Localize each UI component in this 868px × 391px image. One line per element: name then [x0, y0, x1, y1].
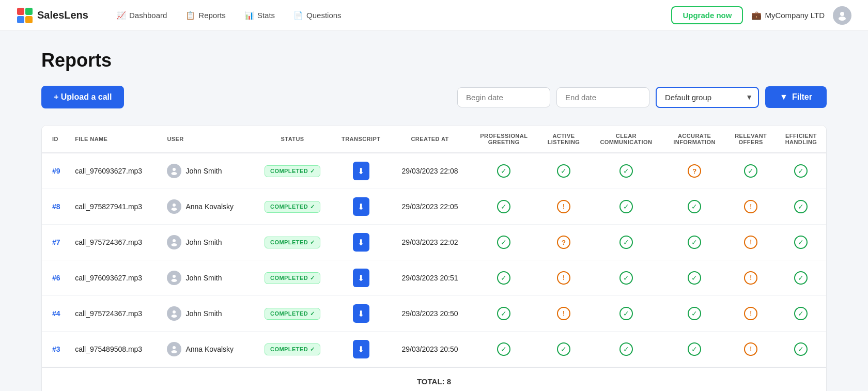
check-icon: ✓ — [497, 342, 510, 356]
check-icon: ✓ — [619, 200, 633, 213]
row-accurate-information: ✓ — [663, 225, 726, 260]
row-relevant-offers: ✓ — [726, 153, 776, 189]
nav-questions[interactable]: 📄 Questions — [286, 8, 349, 23]
check-icon: ✓ — [794, 236, 808, 249]
begin-date-input[interactable] — [457, 87, 550, 107]
nav-reports[interactable]: 📋 Reports — [178, 8, 233, 23]
table-row[interactable]: #3 call_975489508.mp3 Anna Kovalsky COMP… — [42, 332, 826, 367]
page-title: Reports — [41, 50, 827, 71]
transcript-download-icon[interactable]: ⬇ — [353, 304, 369, 323]
row-efficient-handling: ✓ — [776, 296, 826, 332]
reports-table: ID FILE NAME USER STATUS TRANSCRIPT CREA… — [42, 126, 826, 367]
row-efficient-handling: ✓ — [776, 260, 826, 296]
status-badge: COMPLETED ✓ — [265, 237, 320, 248]
toolbar: + Upload a call Default group Group A Gr… — [41, 86, 827, 108]
group-select[interactable]: Default group Group A Group B — [656, 87, 759, 108]
svg-rect-0 — [17, 8, 24, 15]
table-row[interactable]: #4 call_975724367.mp3 John Smith COMPLET… — [42, 296, 826, 332]
col-efficient-handling: EFFICIENTHANDLING — [776, 126, 826, 153]
nav-dashboard[interactable]: 📈 Dashboard — [109, 8, 174, 23]
svg-point-12 — [173, 275, 176, 278]
reports-icon: 📋 — [185, 11, 195, 20]
end-date-input[interactable] — [556, 87, 649, 107]
user-avatar[interactable] — [833, 6, 851, 25]
nav-links: 📈 Dashboard 📋 Reports 📊 Stats 📄 Question… — [109, 8, 659, 23]
row-created-at: 29/03/2023 22:08 — [390, 153, 469, 189]
table-row[interactable]: #9 call_976093627.mp3 John Smith COMPLET… — [42, 153, 826, 189]
row-efficient-handling: ✓ — [776, 189, 826, 225]
company-selector[interactable]: 💼 MyCompany LTD — [751, 10, 825, 20]
svg-rect-1 — [25, 8, 33, 15]
row-accurate-information: ? — [663, 153, 726, 189]
row-accurate-information: ✓ — [663, 332, 726, 367]
row-professional-greeting: ✓ — [470, 153, 538, 189]
col-file-name: FILE NAME — [70, 126, 162, 153]
row-clear-communication: ✓ — [589, 153, 663, 189]
check-icon: ✓ — [619, 164, 633, 178]
row-active-listening: ! — [538, 189, 589, 225]
check-icon: ✓ — [688, 236, 701, 249]
warn-icon: ! — [744, 200, 757, 213]
check-icon: ✓ — [794, 307, 808, 320]
row-created-at: 29/03/2023 22:05 — [390, 189, 469, 225]
filter-button[interactable]: ▼ Filter — [765, 86, 827, 108]
check-icon: ✓ — [794, 342, 808, 356]
row-file-name: call_976093627.mp3 — [70, 260, 162, 296]
check-icon: ✓ — [497, 307, 510, 320]
row-user: John Smith — [167, 306, 248, 321]
row-user: Anna Kovalsky — [167, 199, 248, 214]
navbar: SalesLens 📈 Dashboard 📋 Reports 📊 Stats … — [0, 0, 868, 31]
upgrade-button[interactable]: Upgrade now — [671, 6, 743, 24]
table-body: #9 call_976093627.mp3 John Smith COMPLET… — [42, 153, 826, 367]
transcript-download-icon[interactable]: ⬇ — [353, 269, 369, 287]
check-icon: ✓ — [619, 307, 633, 320]
transcript-download-icon[interactable]: ⬇ — [353, 233, 369, 252]
row-id[interactable]: #9 — [52, 167, 60, 175]
transcript-download-icon[interactable]: ⬇ — [353, 197, 369, 216]
svg-rect-2 — [17, 16, 24, 23]
row-active-listening: ! — [538, 296, 589, 332]
row-file-name: call_975724367.mp3 — [70, 225, 162, 260]
warn-icon: ! — [744, 271, 757, 285]
upload-call-button[interactable]: + Upload a call — [41, 86, 124, 108]
svg-point-16 — [173, 346, 176, 349]
check-icon: ✓ — [688, 307, 701, 320]
user-name: John Smith — [185, 309, 222, 318]
app-logo[interactable]: SalesLens — [17, 7, 88, 24]
svg-point-4 — [840, 12, 844, 16]
row-relevant-offers: ! — [726, 225, 776, 260]
col-created-at: CREATED AT — [390, 126, 469, 153]
transcript-download-icon[interactable]: ⬇ — [353, 162, 369, 180]
check-icon: ✓ — [497, 236, 510, 249]
col-relevant-offers: RELEVANTOFFERS — [726, 126, 776, 153]
status-badge: COMPLETED ✓ — [265, 165, 320, 177]
table-header: ID FILE NAME USER STATUS TRANSCRIPT CREA… — [42, 126, 826, 153]
row-user: John Smith — [167, 235, 248, 249]
row-id[interactable]: #7 — [52, 238, 60, 246]
row-id[interactable]: #4 — [52, 309, 60, 318]
check-icon: ✓ — [619, 342, 633, 356]
table-row[interactable]: #8 call_975827941.mp3 Anna Kovalsky COMP… — [42, 189, 826, 225]
status-badge: COMPLETED ✓ — [265, 343, 320, 355]
svg-point-8 — [173, 204, 176, 207]
check-icon: ✓ — [497, 200, 510, 213]
check-icon: ✓ — [794, 164, 808, 178]
row-professional-greeting: ✓ — [470, 260, 538, 296]
row-active-listening: ✓ — [538, 332, 589, 367]
user-name: John Smith — [185, 167, 222, 175]
row-id[interactable]: #3 — [52, 345, 60, 353]
nav-stats[interactable]: 📊 Stats — [237, 8, 282, 23]
check-icon: ✓ — [794, 200, 808, 213]
transcript-download-icon[interactable]: ⬇ — [353, 340, 369, 358]
table-row[interactable]: #6 call_976093627.mp3 John Smith COMPLET… — [42, 260, 826, 296]
user-avatar-small — [167, 306, 181, 321]
row-relevant-offers: ! — [726, 296, 776, 332]
row-user: John Smith — [167, 164, 248, 178]
filter-icon: ▼ — [780, 92, 788, 102]
row-id[interactable]: #8 — [52, 202, 60, 211]
row-accurate-information: ✓ — [663, 260, 726, 296]
row-id[interactable]: #6 — [52, 274, 60, 282]
col-professional-greeting: PROFESSIONALGREETING — [470, 126, 538, 153]
col-id: ID — [42, 126, 70, 153]
table-row[interactable]: #7 call_975724367.mp3 John Smith COMPLET… — [42, 225, 826, 260]
